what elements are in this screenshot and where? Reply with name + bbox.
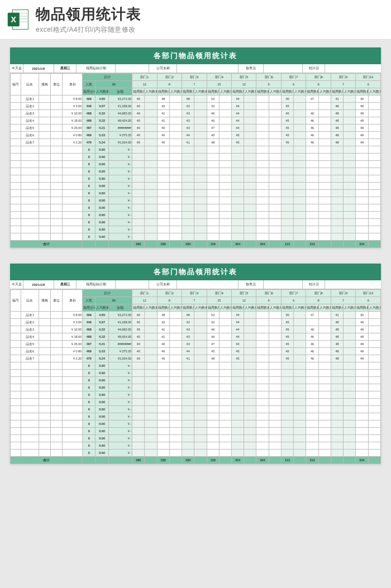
table-row: 品名2¥ 3.004465.07¥1,338.00404242424445484… <box>11 103 381 110</box>
table-row: 品名7¥ 2.204705.34¥1,034.00404041484545464… <box>11 355 381 362</box>
table-row: 00.00¥ - <box>11 362 381 370</box>
table-row: 品名6¥ 0.804695.33¥ 375.204040444545454648… <box>11 132 381 139</box>
table-row: 品名6¥ 0.804695.33¥ 375.204040444545454648… <box>11 348 381 355</box>
table-row: 品名5¥ 25.004675.31########404043474445464… <box>11 125 381 132</box>
table-row: 00.00¥ - <box>11 435 381 442</box>
table-row: 00.00¥ - <box>11 190 381 197</box>
page-subtitle: excel格式/A4打印/内容随意修改 <box>36 25 384 35</box>
table-row: 00.00¥ - <box>11 183 381 190</box>
table-row: 00.00¥ - <box>11 175 381 183</box>
sheet-title: 各部门物品领用统计表 <box>10 264 381 280</box>
table-row: 00.00¥ - <box>11 399 381 406</box>
table-row: 品名4¥ 18.004685.32¥8,424.0040414346444546… <box>11 117 381 125</box>
table-row: 00.00¥ - <box>11 233 381 241</box>
table-row: 品名5¥ 25.004675.31########404043474445464… <box>11 341 381 348</box>
table-row: 品名3¥ 10.004685.32¥4,680.0040414346444546… <box>11 110 381 117</box>
table-row: 00.00¥ - <box>11 219 381 226</box>
sheets-container: 各部门物品领用统计表今天是2021/1/6星期三领用起始日期公司名称核查员统计员… <box>0 40 391 472</box>
table-row: 品名1¥ 8.004094.65¥3,272.00403848524435474… <box>11 95 381 103</box>
table-row: 00.00¥ - <box>11 413 381 420</box>
data-table: 编号品名规格单位单价总计部门1部门2部门3部门4部门5部门6部门7部门8部门9部… <box>10 289 381 464</box>
excel-icon: X <box>7 8 30 31</box>
table-row: 00.00¥ - <box>11 428 381 435</box>
svg-text:X: X <box>11 15 17 24</box>
sheet-preview-1: 各部门物品领用统计表今天是2021/1/6星期三领用起始日期公司名称核查员统计员… <box>10 47 381 248</box>
info-row: 今天是2021/1/6星期三领用起始日期公司名称核查员统计员 <box>10 64 381 73</box>
data-table: 编号品名规格单位单价总计部门1部门2部门3部门4部门5部门6部门7部门8部门9部… <box>10 73 381 248</box>
table-row: 00.00¥ - <box>11 204 381 212</box>
table-row: 00.00¥ - <box>11 212 381 219</box>
info-row: 今天是2021/1/6星期三领用起始日期公司名称核查员统计员 <box>10 280 381 289</box>
table-row: 00.00¥ - <box>11 370 381 377</box>
table-row: 00.00¥ - <box>11 146 381 154</box>
table-row: 品名3¥ 10.004685.32¥4,680.0040414346444546… <box>11 326 381 333</box>
table-row: 00.00¥ - <box>11 168 381 175</box>
table-row: 品名7¥ 2.204705.34¥1,034.00404041484545464… <box>11 139 381 146</box>
table-row: 00.00¥ - <box>11 450 381 457</box>
table-row: 品名1¥ 8.004094.65¥3,272.00403848524435474… <box>11 312 381 319</box>
table-row: 品名4¥ 18.004685.32¥8,424.0040414346444546… <box>11 333 381 341</box>
table-row: 00.00¥ - <box>11 442 381 450</box>
table-row: 00.00¥ - <box>11 391 381 399</box>
sheet-title: 各部门物品领用统计表 <box>10 47 381 64</box>
table-row: 00.00¥ - <box>11 226 381 233</box>
table-row: 00.00¥ - <box>11 384 381 391</box>
table-row: 00.00¥ - <box>11 197 381 204</box>
sheet-preview-2: 各部门物品领用统计表今天是2021/1/6星期三领用起始日期公司名称核查员统计员… <box>10 264 381 464</box>
page-title: 物品领用统计表 <box>36 4 384 24</box>
table-row: 00.00¥ - <box>11 406 381 413</box>
table-row: 00.00¥ - <box>11 161 381 168</box>
total-row: 合计280285300128304304113313324 <box>11 241 381 248</box>
table-row: 00.00¥ - <box>11 154 381 161</box>
template-header: X 物品领用统计表 excel格式/A4打印/内容随意修改 <box>0 0 391 40</box>
total-row: 合计280285300128304304113313324 <box>11 457 381 464</box>
table-row: 品名2¥ 3.004465.07¥1,338.00404242424445484… <box>11 319 381 326</box>
table-row: 00.00¥ - <box>11 420 381 428</box>
table-row: 00.00¥ - <box>11 377 381 384</box>
